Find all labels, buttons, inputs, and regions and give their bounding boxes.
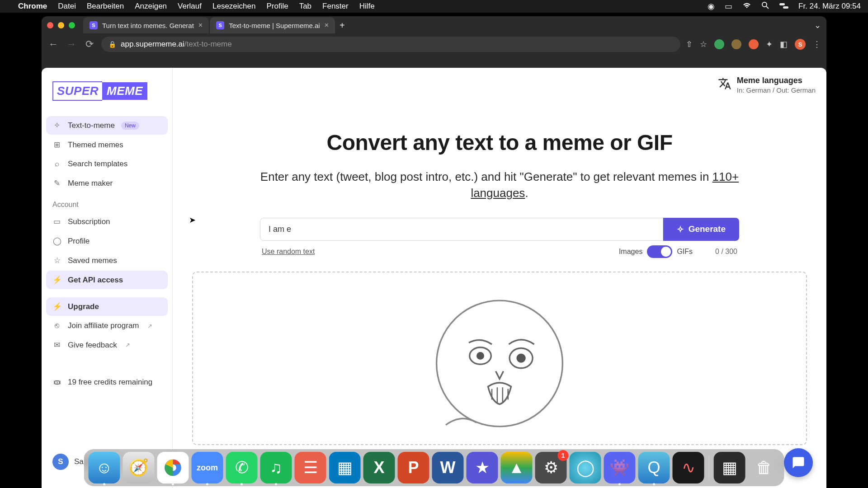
forward-button[interactable]: → bbox=[65, 38, 78, 50]
dock-spotify[interactable]: ♫ bbox=[260, 452, 292, 483]
dock-folder[interactable]: ▦ bbox=[714, 452, 745, 483]
tab-favicon-icon: S bbox=[216, 21, 224, 29]
dock-trello[interactable]: ▦ bbox=[329, 452, 361, 483]
tab-overflow-icon[interactable]: ⌄ bbox=[814, 20, 821, 30]
new-tab-button[interactable]: + bbox=[340, 20, 345, 31]
logo[interactable]: SUPER MEME bbox=[46, 77, 168, 111]
sidebar-item-meme-maker[interactable]: ✎ Meme maker bbox=[46, 174, 168, 192]
dock-zoom[interactable]: zoom bbox=[192, 452, 223, 483]
sidebar-item-label: Saved memes bbox=[68, 256, 117, 265]
translate-icon bbox=[718, 77, 731, 94]
sidebar-item-upgrade[interactable]: ⚡ Upgrade bbox=[46, 297, 168, 316]
share-icon[interactable]: ⇧ bbox=[686, 39, 693, 49]
url-path: /text-to-meme bbox=[184, 40, 232, 48]
svg-point-0 bbox=[762, 2, 767, 7]
search-icon[interactable] bbox=[761, 1, 769, 12]
close-tab-icon[interactable]: × bbox=[325, 21, 329, 29]
sidebar-item-label: Get API access bbox=[68, 276, 123, 285]
dock-quicktime[interactable]: Q bbox=[638, 452, 670, 483]
wand-icon: ✎ bbox=[52, 178, 61, 188]
chat-button[interactable] bbox=[784, 448, 813, 477]
sidepanel-icon[interactable]: ◧ bbox=[780, 39, 788, 49]
dock-imovie[interactable]: ★ bbox=[467, 452, 498, 483]
menu-datei[interactable]: Datei bbox=[58, 2, 76, 11]
external-link-icon: ↗ bbox=[147, 323, 152, 329]
dock-powerpoint[interactable]: P bbox=[398, 452, 429, 483]
reload-button[interactable]: ⟳ bbox=[83, 38, 96, 50]
meme-text-input[interactable] bbox=[260, 218, 663, 241]
dock-chrome[interactable] bbox=[157, 452, 189, 483]
menu-bearbeiten[interactable]: Bearbeiten bbox=[87, 2, 124, 11]
toggle-label-images: Images bbox=[619, 248, 642, 256]
sidebar-item-affiliate[interactable]: ⎋ Join affiliate program ↗ bbox=[46, 317, 168, 335]
dock-todoist[interactable]: ☰ bbox=[295, 452, 326, 483]
svg-rect-2 bbox=[779, 3, 785, 5]
menu-icon[interactable]: ⋮ bbox=[813, 39, 821, 49]
dock-audio[interactable]: ∿ bbox=[673, 452, 704, 483]
back-button[interactable]: ← bbox=[47, 38, 60, 50]
menu-lesezeichen[interactable]: Lesezeichen bbox=[212, 2, 255, 11]
dock-word[interactable]: W bbox=[432, 452, 464, 483]
char-counter: 0 / 300 bbox=[715, 248, 737, 256]
svg-rect-3 bbox=[783, 6, 788, 9]
logo-left: SUPER bbox=[52, 81, 102, 101]
browser-tab-2[interactable]: S Text-to-meme | Supermeme.ai × bbox=[210, 17, 335, 33]
dock-safari[interactable]: 🧭 bbox=[123, 452, 155, 483]
battery-icon[interactable]: ▭ bbox=[725, 1, 732, 11]
sidebar-item-feedback[interactable]: ✉ Give feedback ↗ bbox=[46, 336, 168, 354]
sidebar-item-search-templates[interactable]: ⌕ Search templates bbox=[46, 155, 168, 173]
dock-app-1[interactable]: ◯ bbox=[570, 452, 601, 483]
sidebar-item-subscription[interactable]: ▭ Subscription bbox=[46, 212, 168, 231]
app-name[interactable]: Chrome bbox=[18, 2, 47, 11]
close-window-button[interactable] bbox=[47, 22, 53, 28]
menu-fenster[interactable]: Fenster bbox=[322, 2, 349, 11]
address-bar[interactable]: 🔒 app.supermeme.ai/text-to-meme bbox=[101, 37, 680, 52]
traffic-lights bbox=[47, 22, 75, 28]
menu-hilfe[interactable]: Hilfe bbox=[359, 2, 375, 11]
output-toggle[interactable] bbox=[647, 245, 672, 258]
extension-1-icon[interactable] bbox=[714, 39, 724, 49]
control-center-icon[interactable] bbox=[779, 2, 788, 11]
menu-anzeigen[interactable]: Anzeigen bbox=[135, 2, 167, 11]
dock-discord[interactable]: 👾 bbox=[604, 452, 636, 483]
page-subtitle: Enter any text (tweet, blog post intro, … bbox=[251, 169, 748, 202]
svg-line-1 bbox=[766, 6, 769, 9]
sidebar-item-saved-memes[interactable]: ☆ Saved memes bbox=[46, 251, 168, 270]
lang-subtitle: In: German / Out: German bbox=[737, 86, 816, 94]
menu-tab[interactable]: Tab bbox=[299, 2, 311, 11]
close-tab-icon[interactable]: × bbox=[198, 21, 203, 29]
bookmark-icon[interactable]: ☆ bbox=[700, 39, 707, 49]
sidebar-item-label: Join affiliate program bbox=[68, 321, 139, 330]
dock-finder[interactable]: ☺ bbox=[89, 452, 120, 483]
sidebar-item-label: Search templates bbox=[68, 160, 127, 169]
url-domain: app.supermeme.ai bbox=[121, 40, 184, 48]
menu-verlauf[interactable]: Verlauf bbox=[178, 2, 202, 11]
sparkle-icon: ✧ bbox=[52, 121, 61, 130]
record-icon[interactable]: ◉ bbox=[708, 1, 715, 11]
dock-settings[interactable]: ⚙1 bbox=[535, 452, 567, 483]
menu-profile[interactable]: Profile bbox=[266, 2, 288, 11]
maximize-window-button[interactable] bbox=[69, 22, 75, 28]
browser-tab-1[interactable]: S Turn text into memes. Generat × bbox=[83, 17, 209, 33]
chat-icon: ✉ bbox=[52, 340, 61, 350]
clock[interactable]: Fr. 24. März 09:54 bbox=[798, 2, 861, 11]
random-text-link[interactable]: Use random text bbox=[262, 248, 315, 256]
generate-button[interactable]: ✧ Generate bbox=[663, 218, 739, 241]
profile-avatar[interactable]: S bbox=[795, 39, 806, 50]
dock-drive[interactable]: ▲ bbox=[501, 452, 533, 483]
sidebar-item-api-access[interactable]: ⚡ Get API access bbox=[46, 271, 168, 289]
extensions-icon[interactable]: ✦ bbox=[766, 39, 773, 49]
dock-trash[interactable]: 🗑 bbox=[748, 452, 780, 483]
language-selector[interactable]: Meme languages In: German / Out: German bbox=[718, 76, 816, 94]
sidebar-item-profile[interactable]: ◯ Profile bbox=[46, 232, 168, 250]
dock-whatsapp[interactable]: ✆ bbox=[226, 452, 258, 483]
extension-2-icon[interactable] bbox=[731, 39, 741, 49]
app-content: SUPER MEME ✧ Text-to-meme New ⊞ Themed m… bbox=[42, 68, 826, 488]
dock-excel[interactable]: X bbox=[363, 452, 395, 483]
sidebar-item-themed-memes[interactable]: ⊞ Themed memes bbox=[46, 136, 168, 154]
link-icon: ⎋ bbox=[52, 321, 61, 330]
sidebar-item-text-to-meme[interactable]: ✧ Text-to-meme New bbox=[46, 116, 168, 135]
minimize-window-button[interactable] bbox=[58, 22, 64, 28]
wifi-icon[interactable] bbox=[742, 2, 751, 11]
extension-3-icon[interactable] bbox=[749, 39, 759, 49]
